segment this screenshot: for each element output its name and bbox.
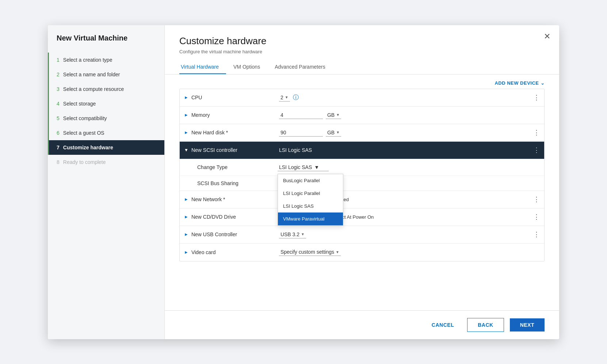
back-button[interactable]: BACK — [467, 318, 504, 332]
cpu-dropdown[interactable]: 2 ▼ — [279, 94, 290, 101]
usb-value-area: USB 3.2 ▼ — [279, 231, 533, 238]
scsi-expanded-section: Change Type LSI Logic SAS ▼ BusLogic Par… — [180, 159, 544, 191]
scsi-value: LSI Logic SAS — [279, 147, 312, 153]
harddisk-unit-arrow-icon: ▼ — [336, 130, 340, 134]
step-label-2: Select a compute resource — [63, 86, 124, 92]
usb-dropdown[interactable]: USB 3.2 ▼ — [279, 231, 306, 238]
sidebar-step-0[interactable]: 1Select a creation type — [48, 53, 164, 67]
scsi-header-row: ▼ New SCSI controller LSI Logic SAS ⋮ — [180, 142, 544, 159]
cpu-more-icon[interactable]: ⋮ — [533, 93, 540, 101]
new-vm-dialog: New Virtual Machine 1Select a creation t… — [48, 25, 559, 339]
step-label-0: Select a creation type — [63, 57, 112, 63]
cddvd-more-icon[interactable]: ⋮ — [533, 213, 540, 221]
step-num-2: 3 — [57, 86, 60, 92]
scsi-option-0[interactable]: BusLogic Parallel — [278, 174, 343, 187]
change-type-value-area: LSI Logic SAS ▼ BusLogic ParallelLSI Log… — [278, 164, 540, 171]
step-label-7: Ready to complete — [63, 159, 106, 165]
scsi-option-1[interactable]: LSI Logic Parallel — [278, 187, 343, 200]
cddvd-row: ► New CD/DVD Drive Client Device ▼ Conne… — [180, 208, 544, 226]
cpu-row: ► CPU 2 ▼ ⓘ ⋮ — [180, 89, 544, 107]
scsi-bus-row: SCSI Bus Sharing — [180, 176, 544, 191]
step-line-0 — [48, 53, 49, 67]
tab-bar: Virtual Hardware VM Options Advanced Par… — [179, 60, 545, 74]
memory-unit-arrow-icon: ▼ — [336, 113, 340, 117]
videocard-arrow-icon: ▼ — [336, 250, 339, 254]
scsi-more-icon[interactable]: ⋮ — [533, 146, 540, 154]
videocard-expand-icon[interactable]: ► — [184, 250, 188, 255]
sidebar-step-2[interactable]: 3Select a compute resource — [48, 82, 164, 96]
usb-expand-icon[interactable]: ► — [184, 232, 188, 237]
scsi-option-3[interactable]: VMware Paravirtual — [278, 212, 343, 225]
add-new-device-button[interactable]: ADD NEW DEVICE ⌄ — [495, 80, 545, 86]
memory-expand-icon[interactable]: ► — [184, 112, 188, 118]
step-label-4: Select compatibility — [63, 115, 107, 121]
change-type-current: LSI Logic SAS — [279, 164, 312, 170]
step-line-1 — [48, 67, 49, 82]
network-more-icon[interactable]: ⋮ — [533, 195, 540, 203]
step-line-5 — [48, 126, 49, 140]
usb-arrow-icon: ▼ — [301, 232, 305, 236]
cpu-expand-icon[interactable]: ► — [184, 95, 188, 100]
videocard-dropdown[interactable]: Specify custom settings ▼ — [279, 248, 341, 256]
step-num-7: 8 — [57, 159, 60, 165]
close-button[interactable]: ✕ — [544, 32, 550, 41]
change-type-arrow-icon: ▼ — [314, 164, 319, 170]
memory-unit-dropdown[interactable]: GB ▼ — [326, 111, 341, 119]
tab-vm-options[interactable]: VM Options — [232, 60, 267, 74]
network-row: ► New Network * VM Network ▼ Connected ⋮ — [180, 191, 544, 208]
cancel-button[interactable]: CANCEL — [424, 318, 461, 332]
memory-input[interactable] — [279, 111, 323, 119]
sidebar-step-3[interactable]: 4Select storage — [48, 96, 164, 111]
chevron-down-icon: ⌄ — [541, 80, 545, 86]
harddisk-more-icon[interactable]: ⋮ — [533, 129, 540, 137]
memory-label: Memory — [191, 112, 279, 118]
step-num-3: 4 — [57, 101, 60, 107]
harddisk-unit: GB — [327, 130, 335, 135]
harddisk-unit-dropdown[interactable]: GB ▼ — [326, 129, 341, 137]
change-type-label: Change Type — [197, 164, 278, 170]
cpu-info-icon[interactable]: ⓘ — [293, 94, 299, 101]
network-label: New Network * — [191, 196, 279, 202]
sidebar-step-4[interactable]: 5Select compatibility — [48, 111, 164, 126]
harddisk-input[interactable] — [279, 129, 323, 137]
scsi-value-area: LSI Logic SAS — [279, 147, 533, 153]
harddisk-expand-icon[interactable]: ► — [184, 130, 188, 135]
next-button[interactable]: NEXT — [510, 318, 545, 332]
hardware-table: ► CPU 2 ▼ ⓘ ⋮ ► Memory — [179, 89, 545, 261]
cddvd-expand-icon[interactable]: ► — [184, 214, 188, 219]
scsi-expand-icon[interactable]: ▼ — [184, 147, 188, 153]
step-line-3 — [48, 96, 49, 111]
cddvd-label: New CD/DVD Drive — [191, 214, 279, 220]
change-type-dropdown[interactable]: LSI Logic SAS ▼ — [278, 164, 329, 171]
usb-more-icon[interactable]: ⋮ — [533, 230, 540, 238]
scsi-option-2[interactable]: LSI Logic SAS — [278, 200, 343, 212]
network-expand-icon[interactable]: ► — [184, 197, 188, 202]
cpu-value-area: 2 ▼ ⓘ — [279, 94, 533, 101]
main-scroll-content: ADD NEW DEVICE ⌄ ► CPU 2 ▼ ⓘ ⋮ — [165, 74, 559, 310]
sidebar-step-6[interactable]: 7Customize hardware — [48, 140, 164, 155]
sidebar-step-1[interactable]: 2Select a name and folder — [48, 67, 164, 82]
usb-label: New USB Controller — [191, 231, 279, 237]
videocard-value-area: Specify custom settings ▼ — [279, 248, 540, 256]
footer: CANCEL BACK NEXT — [165, 310, 559, 339]
sidebar-step-7: 8Ready to complete — [48, 155, 164, 169]
step-label-1: Select a name and folder — [63, 72, 120, 77]
add-device-row: ADD NEW DEVICE ⌄ — [179, 80, 545, 86]
videocard-row: ► Video card Specify custom settings ▼ — [180, 244, 544, 261]
memory-row: ► Memory GB ▼ — [180, 107, 544, 124]
memory-value-area: GB ▼ — [279, 111, 540, 119]
change-type-dropdown-list: BusLogic ParallelLSI Logic ParallelLSI L… — [278, 174, 343, 226]
videocard-label: Video card — [191, 249, 279, 255]
cpu-arrow-icon: ▼ — [285, 95, 289, 99]
steps-list: 1Select a creation type2Select a name an… — [48, 53, 164, 169]
step-num-0: 1 — [57, 57, 60, 63]
tab-advanced-parameters[interactable]: Advanced Parameters — [273, 60, 333, 74]
sidebar-step-5[interactable]: 6Select a guest OS — [48, 126, 164, 140]
change-type-dropdown-wrapper: LSI Logic SAS ▼ BusLogic ParallelLSI Log… — [278, 164, 329, 171]
harddisk-label: New Hard disk * — [191, 130, 279, 135]
usb-row: ► New USB Controller USB 3.2 ▼ ⋮ — [180, 226, 544, 244]
tab-virtual-hardware[interactable]: Virtual Hardware — [179, 60, 226, 74]
cpu-value: 2 — [280, 95, 283, 100]
add-device-label: ADD NEW DEVICE — [495, 80, 539, 86]
step-num-6: 7 — [57, 145, 60, 150]
